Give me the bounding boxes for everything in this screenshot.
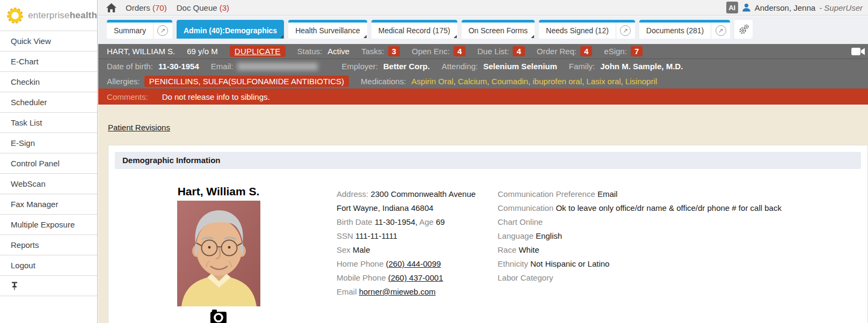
comm-preference-row: Communication Preference Email xyxy=(498,187,782,201)
home-phone-row: Home Phone (260) 444-0099 xyxy=(337,257,476,271)
patient-age-sex: 69 y/o M xyxy=(187,47,218,56)
camera-icon xyxy=(210,309,227,323)
labor-category-row: Labor Category xyxy=(498,271,782,285)
dropdown-corner-icon xyxy=(363,35,367,38)
video-camera-icon xyxy=(851,47,865,56)
home-icon xyxy=(106,3,117,13)
mobile-phone-link[interactable]: (260) 437-0001 xyxy=(388,273,443,282)
allergies-label: Allergies: xyxy=(107,77,140,86)
sidebar-item-multiple-exposure[interactable]: Multiple Exposure xyxy=(0,215,97,235)
sidebar-item-logout[interactable]: Logout xyxy=(0,255,97,276)
sidebar-item-e-chart[interactable]: E-Chart xyxy=(0,52,97,72)
sidebar-item-quick-view[interactable]: Quick View xyxy=(0,31,97,52)
popout-arrow-icon: ↗ xyxy=(716,25,726,36)
sidebar-item-checkin[interactable]: Checkin xyxy=(0,72,97,92)
home-button[interactable] xyxy=(106,3,117,13)
tab-health-surveillance[interactable]: Health Surveillance xyxy=(288,20,367,39)
due-list-count-badge[interactable]: 4 xyxy=(513,46,524,56)
tab-admin-label: Admin (40):Demographics xyxy=(177,23,284,39)
tasks-label: Tasks: xyxy=(361,47,384,56)
tab-medical-record[interactable]: Medical Record (175) xyxy=(371,20,457,39)
tab-admin-demographics[interactable]: Admin (40):Demographics xyxy=(177,20,284,39)
tab-needs-signed[interactable]: Needs Signed (12) ↗ xyxy=(539,20,635,39)
sunflower-logo-icon xyxy=(6,6,24,25)
medication-link[interactable]: Aspirin Oral xyxy=(411,77,458,86)
medication-link[interactable]: ibuprofen oral xyxy=(533,77,586,86)
sidebar-item-e-sign[interactable]: E-Sign xyxy=(0,133,97,153)
sidebar-pin-toggle[interactable] xyxy=(0,276,97,296)
sidebar: enterprisehealth Quick View E-Chart Chec… xyxy=(0,0,98,323)
gears-icon xyxy=(739,24,749,34)
sex-row: Sex Male xyxy=(337,243,476,257)
sidebar-item-fax-manager[interactable]: Fax Manager xyxy=(0,194,97,215)
user-icon xyxy=(742,3,751,12)
tasks-count-badge[interactable]: 3 xyxy=(388,46,400,56)
tab-health-surveillance-label: Health Surveillance xyxy=(288,23,367,39)
email-label: Email: xyxy=(211,62,234,71)
user-block: AI Anderson, Jenna - SuperUser xyxy=(726,2,863,13)
esign-count-badge[interactable]: 7 xyxy=(631,46,643,56)
medication-link[interactable]: Lisinopril xyxy=(625,77,657,86)
tab-settings-button[interactable] xyxy=(734,20,753,39)
open-enc-count-badge[interactable]: 4 xyxy=(454,46,465,56)
tab-documents[interactable]: Documents (281) ↗ xyxy=(639,20,730,39)
sidebar-item-task-list[interactable]: Task List xyxy=(0,113,97,133)
status-label: Status: xyxy=(297,47,323,56)
allergies-value[interactable]: PENICILLINS, SULFA(SULFONAMIDE ANTIBIOTI… xyxy=(144,76,349,87)
nav-doc-queue[interactable]: Doc Queue (3) xyxy=(177,3,229,12)
family-label: Family: xyxy=(569,62,595,71)
esign-label: eSign: xyxy=(604,47,627,56)
patient-name-banner: HART, WILLIAM S. xyxy=(107,47,175,56)
top-nav-bar: Orders (70) Doc Queue (3) AI Anderson, J… xyxy=(98,0,868,16)
sidebar-item-scheduler[interactable]: Scheduler xyxy=(0,92,97,113)
patient-banner-row-2: Date of birth: 11-30-1954 Email: Employe… xyxy=(98,59,868,74)
email-redacted-value xyxy=(237,63,318,70)
ai-badge[interactable]: AI xyxy=(726,2,738,13)
video-call-button[interactable] xyxy=(851,47,865,56)
tab-documents-popout[interactable]: ↗ xyxy=(711,23,730,39)
dob-value: 11-30-1954 xyxy=(158,62,199,71)
communication-row: Communication Ok to leave only office/dr… xyxy=(498,201,782,215)
patient-photo xyxy=(177,201,260,306)
demographics-card: Demographic Information Hart, William S. xyxy=(108,145,868,323)
doc-queue-count: (3) xyxy=(220,3,229,12)
tab-summary-popout[interactable]: ↗ xyxy=(153,23,172,39)
brand-logo: enterprisehealth xyxy=(0,0,97,31)
employer-label: Employer: xyxy=(341,62,378,71)
medications-label: Medications: xyxy=(361,77,406,86)
orders-count: (70) xyxy=(152,3,167,12)
popout-arrow-icon: ↗ xyxy=(620,25,631,36)
race-row: Race White xyxy=(498,243,782,257)
comments-bar: Comments: Do not release info to sibling… xyxy=(98,89,868,105)
popout-arrow-icon: ↗ xyxy=(157,25,168,36)
email-row: Email horner@mieweb.com xyxy=(337,285,476,299)
tab-needs-signed-popout[interactable]: ↗ xyxy=(616,23,635,39)
patient-revisions-link[interactable]: Patient Revisions xyxy=(108,123,170,132)
tab-needs-signed-label: Needs Signed (12) xyxy=(539,23,616,39)
medication-link[interactable]: Coumadin xyxy=(492,77,533,86)
sidebar-item-control-panel[interactable]: Control Panel xyxy=(0,153,97,174)
patient-banner-row-3: Allergies: PENICILLINS, SULFA(SULFONAMID… xyxy=(98,74,868,89)
home-phone-link[interactable]: (260) 444-0099 xyxy=(386,259,441,268)
birth-date-row: Birth Date 11-30-1954, Age 69 xyxy=(337,215,476,229)
medication-link[interactable]: Calcium xyxy=(458,77,492,86)
patient-email-link[interactable]: horner@mieweb.com xyxy=(359,287,436,296)
sidebar-item-webscan[interactable]: WebScan xyxy=(0,174,97,194)
open-enc-label: Open Enc: xyxy=(412,47,450,56)
employer-value: Better Corp. xyxy=(383,62,430,71)
update-photo-button[interactable] xyxy=(210,309,227,323)
patient-banner-row-1: HART, WILLIAM S. 69 y/o M DUPLICATE Stat… xyxy=(98,44,868,59)
chart-online-row: Chart Online xyxy=(498,215,782,229)
tab-summary[interactable]: Summary ↗ xyxy=(107,20,172,39)
user-name[interactable]: Anderson, Jenna xyxy=(755,3,815,12)
sidebar-item-reports[interactable]: Reports xyxy=(0,235,97,255)
main-content: Patient Revisions Demographic Informatio… xyxy=(98,105,868,323)
order-req-count-badge[interactable]: 4 xyxy=(580,46,592,56)
duplicate-flag[interactable]: DUPLICATE xyxy=(230,46,286,57)
tab-medical-record-label: Medical Record (175) xyxy=(371,23,457,39)
attending-value: Selenium Selenium xyxy=(483,62,557,71)
dropdown-corner-icon xyxy=(454,35,457,38)
medication-link[interactable]: Lasix oral xyxy=(586,77,625,86)
tab-on-screen-forms[interactable]: On Screen Forms xyxy=(462,20,535,39)
nav-orders[interactable]: Orders (70) xyxy=(126,3,167,12)
